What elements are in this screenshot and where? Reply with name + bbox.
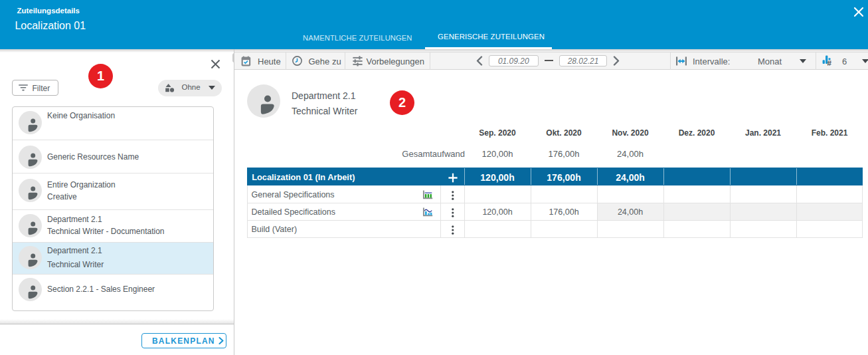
svg-text:#: # xyxy=(827,59,831,66)
